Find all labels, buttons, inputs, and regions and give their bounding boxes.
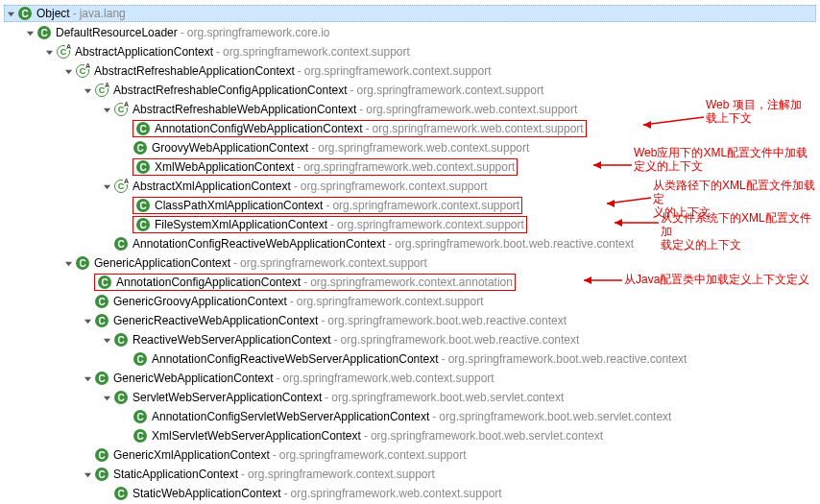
package-name: java.lang (80, 7, 126, 20)
separator: - (294, 180, 298, 193)
class-icon: C (135, 198, 151, 213)
separator: - (284, 487, 288, 500)
separator: - (241, 468, 245, 481)
collapse-arrow-icon[interactable] (4, 7, 17, 20)
tree-row[interactable]: CServletWebServerApplicationContext - or… (4, 388, 816, 407)
highlighted-box: CFileSystemXmlApplicationContext - org.s… (133, 216, 527, 233)
package-name: org.springframework.boot.web.reactive.co… (327, 314, 567, 327)
separator: - (303, 276, 307, 289)
collapse-arrow-icon[interactable] (81, 468, 94, 481)
collapse-arrow-icon[interactable] (23, 26, 36, 39)
type-name: StaticApplicationContext (113, 468, 238, 481)
collapse-arrow-icon[interactable] (81, 84, 94, 97)
package-name: org.springframework.web.context.support (303, 160, 515, 174)
type-name: GenericGroovyApplicationContext (113, 295, 287, 308)
class-icon: C (133, 409, 148, 424)
collapse-arrow-icon[interactable] (100, 103, 113, 116)
type-name: Object (36, 7, 70, 20)
collapse-arrow-icon[interactable] (81, 314, 94, 327)
tree-row[interactable]: CAAbstractRefreshableWebApplicationConte… (4, 100, 816, 119)
collapse-arrow-icon[interactable] (100, 180, 113, 193)
separator: - (311, 141, 315, 155)
abstract-class-icon: CA (113, 179, 129, 194)
separator: - (273, 448, 277, 462)
type-name: ServletWebServerApplicationContext (133, 391, 322, 404)
tree-row[interactable]: CAnnotationConfigReactiveWebServerApplic… (4, 349, 816, 369)
type-name: GenericApplicationContext (94, 256, 230, 270)
type-name: DefaultResourceLoader (56, 26, 178, 39)
separator: - (73, 7, 77, 20)
tree-row[interactable]: CObject - java.lang (4, 4, 816, 23)
class-hierarchy-tree[interactable]: CObject - java.langCDefaultResourceLoade… (4, 4, 816, 503)
abstract-class-icon: CA (56, 44, 71, 60)
highlighted-box: CClassPathXmlApplicationContext - org.sp… (133, 197, 522, 214)
collapse-arrow-icon[interactable] (81, 372, 94, 385)
tree-row[interactable]: CGenericGroovyApplicationContext - org.s… (4, 292, 816, 311)
package-name: org.springframework.context.support (356, 84, 543, 97)
type-name: ClassPathXmlApplicationContext (155, 199, 323, 212)
separator: - (366, 122, 370, 135)
tree-row[interactable]: CFileSystemXmlApplicationContext - org.s… (4, 215, 816, 234)
tree-row[interactable]: CAAbstractApplicationContext - org.sprin… (4, 42, 816, 61)
tree-row[interactable]: CClassPathXmlApplicationContext - org.sp… (4, 196, 816, 215)
class-icon: C (113, 390, 129, 405)
class-icon: C (135, 121, 151, 136)
tree-row[interactable]: CAnnotationConfigWebApplicationContext -… (4, 119, 816, 138)
highlighted-box: CAnnotationConfigWebApplicationContext -… (133, 120, 587, 137)
type-name: GenericXmlApplicationContext (113, 448, 270, 462)
class-icon: C (75, 255, 90, 271)
separator: - (321, 314, 325, 327)
type-name: AnnotationConfigServletWebServerApplicat… (152, 410, 429, 423)
class-icon: C (133, 428, 148, 444)
tree-row[interactable]: CStaticWebApplicationContext - org.sprin… (4, 484, 816, 503)
package-name: org.springframework.context.support (240, 256, 427, 270)
tree-row[interactable]: CXmlServletWebServerApplicationContext -… (4, 426, 816, 445)
abstract-class-icon: CA (94, 83, 109, 98)
type-name: AbstractRefreshableApplicationContext (94, 64, 295, 78)
separator: - (334, 333, 338, 347)
tree-row[interactable]: CAAbstractRefreshableConfigApplicationCo… (4, 81, 816, 100)
abstract-class-icon: CA (75, 63, 90, 79)
collapse-arrow-icon[interactable] (100, 391, 113, 404)
package-name: org.springframework.context.support (279, 448, 467, 462)
separator: - (388, 237, 392, 251)
package-name: org.springframework.web.context.support (291, 487, 502, 500)
tree-row[interactable]: CGroovyWebApplicationContext - org.sprin… (4, 138, 816, 157)
tree-row[interactable]: CAnnotationConfigApplicationContext - or… (4, 273, 816, 292)
tree-row[interactable]: CXmlWebApplicationContext - org.springfr… (4, 157, 816, 177)
tree-row[interactable]: CAAbstractXmlApplicationContext - org.sp… (4, 177, 816, 196)
collapse-arrow-icon[interactable] (100, 333, 113, 347)
separator: - (330, 218, 334, 231)
type-name: AnnotationConfigReactiveWebServerApplica… (152, 352, 439, 366)
class-icon: C (94, 313, 109, 328)
type-name: GenericWebApplicationContext (113, 372, 274, 385)
tree-row[interactable]: CAnnotationConfigServletWebServerApplica… (4, 407, 816, 426)
tree-row[interactable]: CReactiveWebServerApplicationContext - o… (4, 330, 816, 349)
tree-row[interactable]: CGenericWebApplicationContext - org.spri… (4, 369, 816, 388)
tree-row[interactable]: CAnnotationConfigReactiveWebApplicationC… (4, 234, 816, 253)
separator: - (181, 26, 184, 39)
package-name: org.springframework.boot.web.reactive.co… (448, 352, 687, 366)
type-name: AbstractRefreshableWebApplicationContext (133, 103, 356, 116)
separator: - (297, 160, 301, 174)
type-name: StaticWebApplicationContext (133, 487, 281, 500)
separator: - (233, 256, 237, 270)
type-name: AbstractApplicationContext (75, 45, 213, 59)
package-name: org.springframework.context.annotation (310, 276, 513, 289)
collapse-arrow-icon[interactable] (61, 64, 75, 78)
collapse-arrow-icon[interactable] (61, 256, 75, 270)
separator: - (216, 45, 220, 59)
separator: - (290, 295, 294, 308)
collapse-arrow-icon[interactable] (42, 45, 56, 59)
tree-row[interactable]: CAAbstractRefreshableApplicationContext … (4, 61, 816, 81)
package-name: org.springframework.context.support (297, 295, 484, 308)
tree-row[interactable]: CDefaultResourceLoader - org.springframe… (4, 23, 816, 42)
type-name: AbstractRefreshableConfigApplicationCont… (113, 84, 347, 97)
type-name: AnnotationConfigReactiveWebApplicationCo… (133, 237, 385, 251)
tree-row[interactable]: CStaticApplicationContext - org.springfr… (4, 465, 816, 484)
tree-row[interactable]: CGenericReactiveWebApplicationContext - … (4, 311, 816, 330)
package-name: org.springframework.boot.web.reactive.co… (341, 333, 580, 347)
tree-row[interactable]: CGenericXmlApplicationContext - org.spri… (4, 445, 816, 465)
class-icon: C (113, 486, 129, 501)
tree-row[interactable]: CGenericApplicationContext - org.springf… (4, 253, 816, 273)
